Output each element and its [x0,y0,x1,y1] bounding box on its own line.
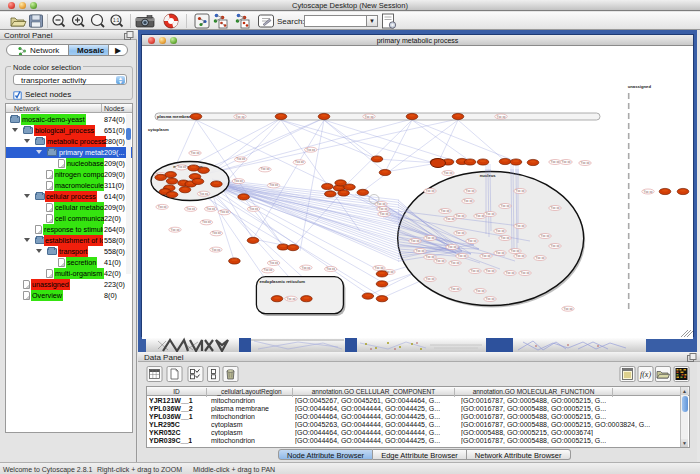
svg-text:f(x): f(x) [640,370,651,379]
svg-text:1:1: 1:1 [113,18,120,23]
svg-text:cytoplasm: cytoplasm [148,127,169,132]
svg-text:plasma membrane: plasma membrane [157,114,194,119]
svg-text:unassigned: unassigned [628,84,652,89]
svg-text:endoplasmic reticulum: endoplasmic reticulum [259,279,305,284]
